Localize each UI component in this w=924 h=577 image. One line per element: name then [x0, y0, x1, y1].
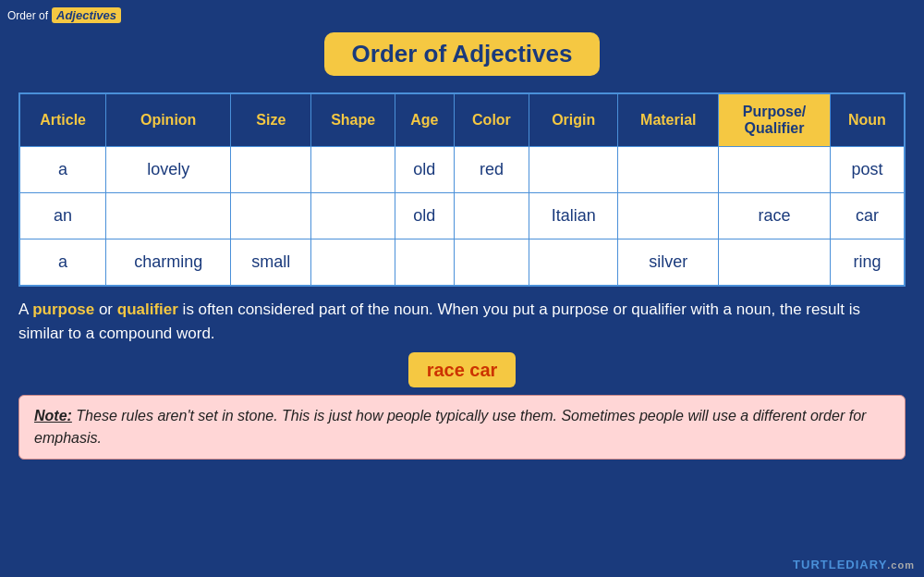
- table-row: alovelyoldredpost: [19, 147, 905, 193]
- table-cell: lovely: [106, 147, 231, 193]
- table-cell: [719, 147, 831, 193]
- table-cell: [618, 193, 719, 239]
- note-content: These rules aren't set in stone. This is…: [34, 408, 866, 446]
- table-cell: [719, 239, 831, 287]
- table-cell: [395, 239, 454, 287]
- table-cell: [106, 193, 231, 239]
- col-material: Material: [618, 93, 719, 147]
- explanation-text: A purpose or qualifier is often consider…: [18, 298, 906, 345]
- col-color: Color: [454, 93, 529, 147]
- race-car-box: race car: [18, 352, 906, 387]
- keyword-purpose: purpose: [32, 301, 94, 318]
- watermark-com: .com: [887, 559, 915, 571]
- col-noun: Noun: [830, 93, 905, 147]
- table-cell: a: [19, 147, 106, 193]
- col-age: Age: [395, 93, 454, 147]
- table-cell: small: [231, 239, 311, 287]
- main-content: Order of Adjectives Article Opinion Size…: [0, 0, 924, 469]
- table-cell: red: [454, 147, 529, 193]
- table-cell: race: [719, 193, 831, 239]
- adjectives-table: Article Opinion Size Shape Age Color Ori…: [18, 92, 906, 287]
- note-label: Note:: [34, 408, 72, 424]
- keyword-qualifier: qualifier: [117, 301, 178, 318]
- table-cell: Italian: [529, 193, 618, 239]
- table-cell: old: [395, 147, 454, 193]
- table-cell: silver: [618, 239, 719, 287]
- logo-order-text: Order of: [7, 9, 48, 22]
- page-title: Order of Adjectives: [352, 40, 573, 68]
- table-cell: [529, 239, 618, 287]
- table-cell: old: [395, 193, 454, 239]
- table-cell: an: [19, 193, 106, 239]
- table-cell: [311, 193, 395, 239]
- col-opinion: Opinion: [106, 93, 231, 147]
- col-origin: Origin: [529, 93, 618, 147]
- table-cell: [529, 147, 618, 193]
- table-row: anoldItalianracecar: [19, 193, 905, 239]
- table-cell: charming: [106, 239, 231, 287]
- race-car-example: race car: [408, 352, 517, 387]
- bottom-section: A purpose or qualifier is often consider…: [18, 298, 906, 460]
- table-cell: ring: [830, 239, 905, 287]
- table-cell: [454, 239, 529, 287]
- table-cell: [311, 147, 395, 193]
- col-shape: Shape: [311, 93, 395, 147]
- title-box: Order of Adjectives: [324, 32, 601, 76]
- table-row: acharmingsmallsilverring: [19, 239, 905, 287]
- table-cell: a: [19, 239, 106, 287]
- logo-bar: Order of Adjectives: [7, 7, 121, 23]
- table-cell: [618, 147, 719, 193]
- table-cell: [311, 239, 395, 287]
- table-cell: car: [830, 193, 905, 239]
- table-cell: post: [830, 147, 905, 193]
- table-header-row: Article Opinion Size Shape Age Color Ori…: [19, 93, 905, 147]
- table-cell: [454, 193, 529, 239]
- col-article: Article: [19, 93, 106, 147]
- col-purpose-qualifier: Purpose/Qualifier: [719, 93, 831, 147]
- col-size: Size: [231, 93, 311, 147]
- table-cell: [231, 147, 311, 193]
- watermark-turtle: TURTLE: [793, 558, 845, 571]
- logo-adjectives-text: Adjectives: [52, 7, 121, 23]
- table-cell: [231, 193, 311, 239]
- watermark-diary: DIARY: [845, 558, 887, 571]
- note-box: Note: These rules aren't set in stone. T…: [18, 395, 906, 460]
- watermark: TURTLEDIARY.com: [793, 558, 915, 571]
